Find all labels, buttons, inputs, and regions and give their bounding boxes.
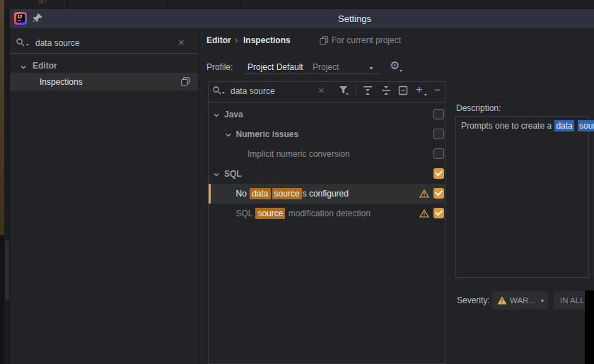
clear-search-icon[interactable]: × bbox=[318, 84, 325, 96]
severity-scope-value: IN ALL bbox=[560, 296, 585, 305]
label-text: Java bbox=[224, 110, 243, 119]
inspection-checkbox[interactable] bbox=[433, 109, 444, 119]
chevron-down-icon[interactable] bbox=[225, 131, 232, 141]
clear-search-icon[interactable]: × bbox=[178, 36, 185, 48]
severity-value: WAR... bbox=[510, 296, 535, 305]
inspection-tree-row[interactable]: SQL source modification detection bbox=[209, 204, 445, 223]
search-match-highlight: data bbox=[554, 120, 573, 131]
inspection-label: Numeric issues bbox=[236, 124, 299, 144]
profile-label: Profile: bbox=[206, 62, 233, 72]
project-scope-icon bbox=[181, 77, 190, 88]
project-scope-icon bbox=[320, 36, 329, 47]
filter-icon[interactable] bbox=[338, 85, 349, 98]
sidebar-item-label: Editor bbox=[33, 61, 57, 71]
chevron-down-icon: ▼ bbox=[368, 66, 374, 71]
chevron-down-icon: ▼ bbox=[540, 298, 545, 303]
pin-icon[interactable] bbox=[33, 13, 43, 25]
tree-search-underline bbox=[209, 102, 445, 102]
inspection-label: Implicit numeric conversion bbox=[248, 144, 350, 164]
label-text: modification detection bbox=[286, 209, 370, 218]
inspection-search-input[interactable]: data source bbox=[231, 86, 275, 96]
label-text: Numeric issues bbox=[236, 129, 299, 139]
dialog-title: Settings bbox=[338, 13, 371, 24]
remove-icon[interactable]: − bbox=[434, 83, 441, 95]
gutter-scrollbar-thumb[interactable] bbox=[5, 240, 9, 300]
label-text: Implicit numeric conversion bbox=[248, 149, 350, 159]
breadcrumb-page: Inspections bbox=[243, 35, 291, 45]
ide-left-gutter bbox=[4, 0, 10, 364]
search-match-highlight: data bbox=[250, 188, 270, 199]
search-match-highlight: source bbox=[255, 208, 285, 219]
chevron-down-icon[interactable] bbox=[213, 170, 220, 180]
search-match-highlight: source bbox=[578, 120, 594, 131]
sidebar-item-editor[interactable]: Editor bbox=[10, 58, 198, 74]
inspection-label: Java bbox=[224, 105, 243, 124]
collapse-node-icon[interactable] bbox=[397, 85, 409, 98]
search-icon bbox=[16, 37, 25, 49]
background-window-strip: 9/7 bbox=[4, 0, 594, 9]
description-text-segment: Prompts one to create a bbox=[461, 121, 554, 131]
profile-combobox[interactable]: Project Default Project ▼ bbox=[244, 59, 380, 74]
settings-sidebar: ▾ data source × Editor Inspections bbox=[10, 28, 198, 364]
label-text: SQL bbox=[224, 169, 242, 179]
intellij-logo-icon: IJ bbox=[14, 12, 27, 25]
inspection-label: No datasources configured bbox=[236, 184, 349, 204]
expand-all-icon[interactable] bbox=[362, 85, 373, 98]
label-text: No bbox=[236, 189, 250, 199]
screen-edge-black-corner bbox=[585, 290, 594, 364]
inspection-label: SQL source modification detection bbox=[236, 204, 371, 223]
sidebar-item-inspections[interactable]: Inspections bbox=[10, 73, 198, 90]
profile-suffix: Project bbox=[313, 62, 339, 72]
search-history-caret-icon[interactable]: ▾ bbox=[222, 90, 225, 95]
description-text: Prompts one to create a data source bbox=[461, 121, 594, 131]
chevron-down-icon[interactable] bbox=[213, 111, 220, 121]
search-icon bbox=[212, 86, 222, 98]
tab-divider bbox=[168, 0, 168, 9]
add-caret-icon: ▾ bbox=[424, 93, 427, 98]
warning-icon bbox=[419, 209, 429, 220]
description-text-segment bbox=[575, 121, 577, 131]
tab-divider bbox=[67, 0, 68, 9]
inspection-label: SQL bbox=[224, 164, 242, 184]
sidebar-search-input[interactable]: data source bbox=[35, 38, 80, 48]
severity-dropdown[interactable]: WAR... ▼ bbox=[492, 291, 548, 310]
collapse-all-icon[interactable] bbox=[380, 85, 392, 98]
inspection-tree: JavaNumeric issuesImplicit numeric conve… bbox=[209, 103, 445, 363]
add-icon[interactable]: + bbox=[416, 83, 423, 97]
profile-value: Project Default bbox=[248, 62, 303, 72]
inspection-checkbox[interactable] bbox=[433, 129, 444, 139]
label-text: s configured bbox=[303, 189, 349, 199]
chevron-down-icon[interactable] bbox=[20, 63, 27, 73]
severity-label: Severity: bbox=[457, 295, 490, 305]
inspection-tree-row[interactable]: Numeric issues bbox=[209, 124, 445, 144]
gear-caret-icon: ▾ bbox=[400, 69, 402, 74]
inspection-checkbox[interactable] bbox=[433, 208, 444, 218]
label-text: SQL bbox=[236, 209, 255, 218]
inspection-tree-row[interactable]: SQL bbox=[209, 164, 445, 184]
warning-icon bbox=[497, 296, 507, 305]
gear-icon[interactable]: ⚙ bbox=[390, 59, 400, 72]
warning-icon bbox=[419, 189, 429, 200]
panel-divider bbox=[198, 28, 199, 364]
description-label: Description: bbox=[456, 103, 501, 113]
search-history-caret-icon[interactable]: ▾ bbox=[26, 42, 29, 47]
search-match-highlight: source bbox=[272, 188, 302, 199]
breadcrumb-scope-label: For current project bbox=[332, 35, 401, 45]
breadcrumb-section[interactable]: Editor bbox=[206, 35, 231, 45]
description-box bbox=[455, 116, 589, 278]
breadcrumb-separator: › bbox=[235, 35, 238, 45]
settings-screen: 9/7 IJ Settings ▾ data so bbox=[0, 0, 594, 364]
toolbar-divider bbox=[356, 85, 356, 96]
sidebar-search-underline bbox=[10, 53, 197, 54]
inspection-checkbox[interactable] bbox=[433, 188, 444, 199]
inspection-checkbox[interactable] bbox=[433, 148, 444, 159]
inspection-tree-row[interactable]: Java bbox=[209, 105, 445, 124]
inspection-tree-row[interactable]: No datasources configured bbox=[209, 184, 445, 204]
clipped-tab-text: 9/7 bbox=[38, 0, 48, 5]
inspection-tree-row[interactable]: Implicit numeric conversion bbox=[209, 144, 445, 164]
tab-divider bbox=[240, 0, 240, 9]
inspection-checkbox[interactable] bbox=[433, 168, 444, 179]
sidebar-item-label: Inspections bbox=[40, 77, 83, 87]
dialog-titlebar[interactable]: IJ Settings bbox=[10, 9, 594, 28]
